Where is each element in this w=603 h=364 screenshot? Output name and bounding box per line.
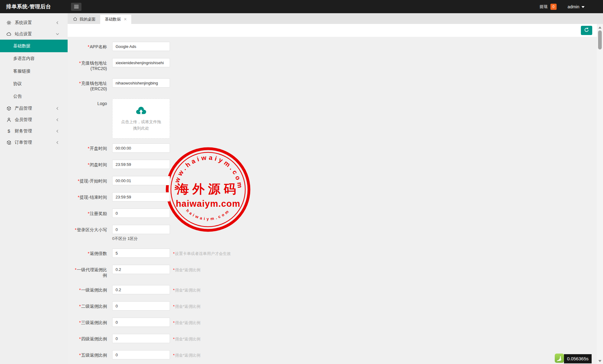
field-login-case-sensitive: 0不区分 1区分 (112, 225, 170, 241)
form-row-withdraw-end-time: 提现-结束时间 (68, 192, 597, 202)
form-row-close-time: 闭盘时间 (68, 160, 597, 169)
sidebar-item-product-manage[interactable]: 产品管理 (0, 103, 68, 114)
home-icon (73, 17, 77, 22)
field-wallet-trc20 (112, 58, 170, 71)
content-toolbar (68, 24, 597, 37)
scroll-down-icon[interactable] (597, 359, 603, 363)
app-name-input[interactable] (112, 42, 170, 51)
topbar: 排单系统-管理后台 提现 0 admin (0, 0, 603, 13)
open-time-input[interactable] (112, 143, 170, 153)
site-icon (6, 32, 11, 37)
field-agent-level1-rebate (112, 265, 170, 278)
tab-basic-data[interactable]: 基础数据× (100, 15, 131, 24)
sidebar-item-label: 产品管理 (15, 106, 32, 111)
sidebar-item-multi-language[interactable]: 多语言内容 (0, 52, 68, 65)
upload-hint-text: 点击上传，或将文件拖拽到此处 (112, 119, 170, 131)
field-level4-rebate (112, 334, 170, 343)
field-label-level2-rebate: 二级返佣比例 (73, 301, 107, 311)
form-row-login-case-sensitive: 登录区分大小写0不区分 1区分 (68, 225, 597, 241)
user-menu[interactable]: admin (568, 4, 585, 9)
tab-label: 基础数据 (105, 17, 121, 22)
field-label-logo: Logo (73, 99, 107, 139)
form-row-wallet-trc20: 充值钱包地址(TRC20) (68, 58, 597, 71)
register-reward-input[interactable] (112, 209, 170, 218)
field-app-name (112, 42, 170, 51)
sidebar-item-agreement[interactable]: 协议 (0, 77, 68, 90)
content-panel: www.haiwaiym.com 海外源码 haiwaiym.com haiwa… (68, 24, 597, 364)
form-row-app-name: APP名称 (68, 42, 597, 51)
withdraw-link[interactable]: 提现 0 (540, 4, 557, 10)
field-label-withdraw-start-time: 提现-开始时间 (73, 176, 107, 185)
logo-upload-box[interactable]: 点击上传，或将文件拖拽到此处 (112, 99, 170, 139)
scroll-up-icon[interactable] (597, 25, 603, 29)
order-icon (6, 140, 11, 145)
withdraw-end-time-input[interactable] (112, 192, 170, 202)
tab-close-icon[interactable]: × (123, 17, 127, 22)
chevron-down-icon (55, 32, 60, 36)
level2-rebate-input[interactable] (112, 301, 170, 311)
form-row-level3-rebate: 三级返佣比例佣金*返佣比例 (68, 318, 597, 327)
field-hint-agent-level1-rebate: 佣金*返佣比例 (173, 265, 200, 278)
member-icon (6, 117, 11, 122)
rebate-multiple-input[interactable] (112, 249, 170, 258)
level1-rebate-input[interactable] (112, 285, 170, 294)
withdraw-start-time-input[interactable] (112, 176, 170, 185)
sidebar-item-label: 系统设置 (15, 20, 32, 25)
tabbar: 我的桌面基础数据× (68, 13, 603, 24)
sidebar-item-member-manage[interactable]: 会员管理 (0, 114, 68, 125)
trace-statusbar: 0.056365s (555, 354, 592, 364)
chevron-left-icon (55, 129, 60, 133)
sidebar-subitem-label: 公告 (13, 94, 22, 99)
sidebar-item-service-link[interactable]: 客服链接 (0, 65, 68, 77)
form-row-rebate-multiple: 返佣倍数设置卡单或者连单用户才会生效 (68, 249, 597, 258)
level4-rebate-input[interactable] (112, 334, 170, 343)
field-logo: 点击上传，或将文件拖拽到此处 (112, 99, 170, 139)
refresh-button[interactable] (581, 26, 592, 35)
field-hint-level2-rebate: 佣金*返佣比例 (173, 301, 200, 311)
sidebar-item-notice[interactable]: 公告 (0, 90, 68, 103)
sidebar-item-basic-data[interactable]: 基础数据 (0, 40, 68, 52)
sidebar-item-label: 订单管理 (15, 140, 32, 145)
sidebar-item-label: 站点设置 (15, 31, 32, 37)
sidebar-item-site-settings[interactable]: 站点设置 (0, 28, 68, 40)
scrollbar-thumb[interactable] (598, 30, 602, 49)
field-close-time (112, 160, 170, 169)
finance-icon: $ (6, 129, 11, 134)
sidebar-item-label: 财务管理 (15, 128, 32, 134)
sidebar: 系统设置站点设置基础数据多语言内容客服链接协议公告产品管理会员管理$财务管理订单… (0, 13, 68, 364)
wallet-trc20-input[interactable] (112, 58, 170, 67)
field-hint-level1-rebate: 佣金*返佣比例 (173, 285, 200, 294)
field-label-level1-rebate: 一级返佣比例 (73, 285, 107, 294)
sidebar-item-finance-manage[interactable]: $财务管理 (0, 125, 68, 137)
wallet-erc20-input[interactable] (112, 78, 170, 88)
withdraw-label: 提现 (540, 4, 548, 10)
field-label-wallet-trc20: 充值钱包地址(TRC20) (73, 58, 107, 71)
sidebar-item-order-manage[interactable]: 订单管理 (0, 137, 68, 148)
sidebar-subitem-label: 多语言内容 (13, 56, 35, 61)
field-hint-level3-rebate: 佣金*返佣比例 (173, 318, 200, 327)
level3-rebate-input[interactable] (112, 318, 170, 327)
withdraw-count-badge: 0 (550, 4, 557, 10)
caret-down-icon (581, 6, 585, 8)
vertical-scrollbar[interactable] (597, 24, 603, 364)
login-case-sensitive-input[interactable] (112, 225, 170, 234)
tab-my-desktop[interactable]: 我的桌面 (68, 15, 100, 24)
sidebar-item-system-settings[interactable]: 系统设置 (0, 17, 68, 28)
form-row-level4-rebate: 四级返佣比例佣金*返佣比例 (68, 334, 597, 343)
gear-icon (6, 20, 11, 25)
field-open-time (112, 143, 170, 153)
form-row-level2-rebate: 二级返佣比例佣金*返佣比例 (68, 301, 597, 311)
trace-logo-icon[interactable] (555, 354, 564, 364)
field-register-reward (112, 209, 170, 218)
form-area: www.haiwaiym.com 海外源码 haiwaiym.com haiwa… (68, 37, 597, 364)
agent-level1-rebate-input[interactable] (112, 265, 170, 274)
level5-rebate-input[interactable] (112, 350, 170, 359)
hamburger-button[interactable] (71, 3, 81, 11)
form-row-agent-level1-rebate: 一级代理返佣比例佣金*返佣比例 (68, 265, 597, 278)
field-label-level3-rebate: 三级返佣比例 (73, 318, 107, 327)
refresh-icon (584, 27, 589, 33)
cloud-upload-icon (134, 111, 148, 116)
close-time-input[interactable] (112, 160, 170, 169)
sidebar-item-label: 会员管理 (15, 117, 32, 123)
hamburger-icon (74, 4, 79, 9)
